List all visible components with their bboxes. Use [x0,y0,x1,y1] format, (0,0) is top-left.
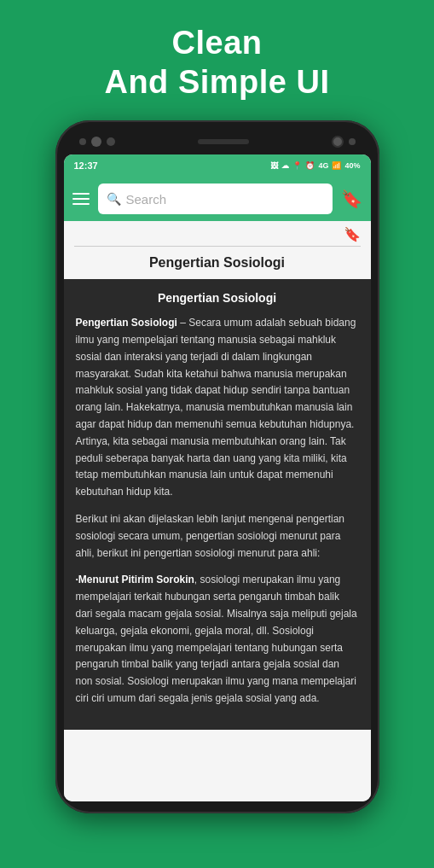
article-body: Pengertian Sosiologi Pengertian Sosiolog… [64,279,371,730]
paragraph1-rest: – Secara umum adalah sebuah bidang ilmu … [76,317,356,498]
status-photo-icon: 🖼 [270,161,278,170]
article-body-title: Pengertian Sosiologi [76,291,359,305]
hamburger-line2 [72,198,90,200]
headline-line2: And Simple UI [104,64,329,100]
paragraph3-bold: ·Menurut Pitirim Sorokin [76,574,194,585]
camera-right [332,136,356,148]
article-paragraph1: Pengertian Sosiologi – Secara umum adala… [76,315,359,501]
content-area: 🔖 Pengertian Sosiologi Pengertian Sosiol… [64,221,371,801]
bookmark-small-icon[interactable]: 🔖 [344,226,361,242]
search-placeholder: Search [126,192,167,207]
dot4 [349,138,356,145]
speaker [198,139,249,144]
phone-top-bar [64,132,371,154]
paragraph3-rest: , sosiologi merupakan ilmu yang mempelaj… [76,574,357,704]
article-paragraph2: Berikut ini akan dijelaskan lebih lanjut… [76,511,359,562]
headline-line1: Clean [172,25,263,61]
hamburger-line3 [72,203,90,205]
status-network-icon: 4G [318,161,328,170]
camera-left [79,137,115,147]
dot1 [79,138,86,145]
app-bar: 🔍 Search 🔖 [64,177,371,221]
headline: Clean And Simple UI [104,24,329,102]
phone-mockup: 12:37 🖼 ☁ 📍 ⏰ 4G 📶 40% [51,120,384,813]
article-title: Pengertian Sosiologi [64,247,371,279]
dot3 [107,137,115,146]
status-cloud-icon: ☁ [281,161,289,170]
camera-circle [332,136,344,148]
search-icon: 🔍 [107,192,121,206]
search-bar[interactable]: 🔍 Search [98,184,333,214]
bookmark-button[interactable]: 🔖 [341,189,362,209]
article-paragraph3: ·Menurut Pitirim Sorokin, sosiologi meru… [76,572,359,707]
hamburger-line1 [72,193,90,195]
status-signal-icon: 📶 [332,161,341,170]
status-bar: 12:37 🖼 ☁ 📍 ⏰ 4G 📶 40% [64,154,371,177]
phone-screen: 12:37 🖼 ☁ 📍 ⏰ 4G 📶 40% [64,154,371,801]
paragraph1-bold: Pengertian Sosiologi [76,317,177,329]
status-battery: 40% [344,161,360,170]
status-icons: 🖼 ☁ 📍 ⏰ 4G 📶 40% [270,161,360,170]
dot2 [91,137,101,147]
bookmark-bar: 🔖 [64,221,371,246]
status-time: 12:37 [74,160,98,171]
status-alarm-icon: ⏰ [305,161,315,170]
status-location-icon: 📍 [292,161,302,170]
hamburger-button[interactable] [72,193,90,205]
